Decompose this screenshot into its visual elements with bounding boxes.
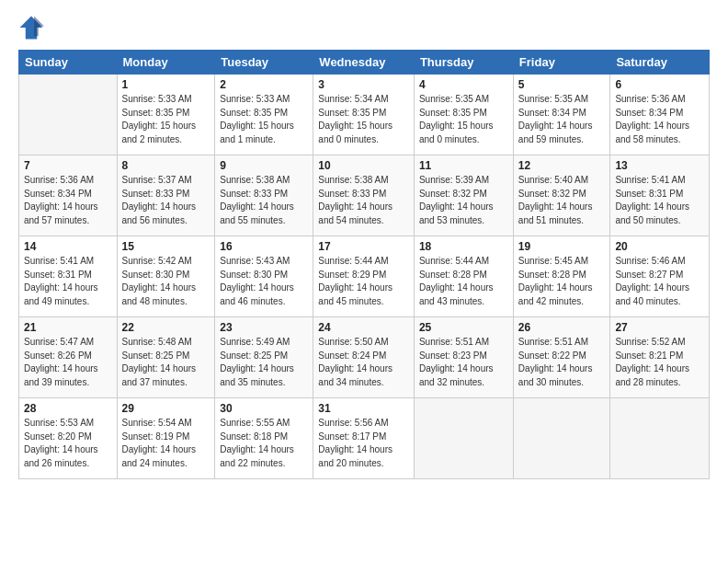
day-number: 1 [122,78,210,91]
day-number: 22 [122,321,210,334]
calendar-body: 1Sunrise: 5:33 AMSunset: 8:35 PMDaylight… [19,75,710,479]
day-cell: 28Sunrise: 5:53 AMSunset: 8:20 PMDayligh… [19,398,118,479]
day-cell: 29Sunrise: 5:54 AMSunset: 8:19 PMDayligh… [117,398,215,479]
day-info: Sunrise: 5:56 AMSunset: 8:17 PMDaylight:… [318,417,409,470]
day-number: 9 [220,159,308,172]
day-info: Sunrise: 5:44 AMSunset: 8:29 PMDaylight:… [318,255,409,308]
day-number: 10 [318,159,409,172]
day-info: Sunrise: 5:53 AMSunset: 8:20 PMDaylight:… [24,417,112,470]
day-number: 31 [318,402,409,415]
day-number: 18 [419,240,508,253]
header-row: SundayMondayTuesdayWednesdayThursdayFrid… [19,51,710,75]
header-cell-monday: Monday [117,51,215,75]
day-number: 16 [220,240,308,253]
day-number: 11 [419,159,508,172]
day-cell: 3Sunrise: 5:34 AMSunset: 8:35 PMDaylight… [313,75,415,155]
day-cell: 17Sunrise: 5:44 AMSunset: 8:29 PMDayligh… [313,236,415,317]
day-cell: 26Sunrise: 5:51 AMSunset: 8:22 PMDayligh… [513,317,610,398]
day-number: 6 [615,78,704,91]
day-info: Sunrise: 5:47 AMSunset: 8:26 PMDaylight:… [24,336,112,389]
day-cell [610,398,710,479]
day-info: Sunrise: 5:36 AMSunset: 8:34 PMDaylight:… [615,93,704,146]
header-cell-wednesday: Wednesday [313,51,415,75]
day-cell: 12Sunrise: 5:40 AMSunset: 8:32 PMDayligh… [513,155,610,236]
day-info: Sunrise: 5:51 AMSunset: 8:22 PMDaylight:… [518,336,606,389]
day-number: 30 [220,402,308,415]
day-number: 25 [419,321,508,334]
day-info: Sunrise: 5:50 AMSunset: 8:24 PMDaylight:… [318,336,409,389]
day-info: Sunrise: 5:46 AMSunset: 8:27 PMDaylight:… [615,255,704,308]
day-number: 7 [24,159,112,172]
day-number: 28 [24,402,112,415]
week-row-3: 14Sunrise: 5:41 AMSunset: 8:31 PMDayligh… [19,236,710,317]
day-info: Sunrise: 5:48 AMSunset: 8:25 PMDaylight:… [122,336,210,389]
day-number: 19 [518,240,606,253]
day-cell: 4Sunrise: 5:35 AMSunset: 8:35 PMDaylight… [414,75,513,155]
day-info: Sunrise: 5:38 AMSunset: 8:33 PMDaylight:… [220,174,308,227]
day-cell: 30Sunrise: 5:55 AMSunset: 8:18 PMDayligh… [215,398,313,479]
header-cell-saturday: Saturday [610,51,710,75]
day-cell: 11Sunrise: 5:39 AMSunset: 8:32 PMDayligh… [414,155,513,236]
day-number: 27 [615,321,704,334]
day-info: Sunrise: 5:37 AMSunset: 8:33 PMDaylight:… [122,174,210,227]
day-info: Sunrise: 5:54 AMSunset: 8:19 PMDaylight:… [122,417,210,470]
day-cell: 13Sunrise: 5:41 AMSunset: 8:31 PMDayligh… [610,155,710,236]
calendar: SundayMondayTuesdayWednesdayThursdayFrid… [18,50,710,479]
day-info: Sunrise: 5:36 AMSunset: 8:34 PMDaylight:… [24,174,112,227]
day-info: Sunrise: 5:55 AMSunset: 8:18 PMDaylight:… [220,417,308,470]
day-number: 12 [518,159,606,172]
day-info: Sunrise: 5:51 AMSunset: 8:23 PMDaylight:… [419,336,508,389]
day-info: Sunrise: 5:41 AMSunset: 8:31 PMDaylight:… [615,174,704,227]
day-number: 5 [518,78,606,91]
day-cell: 10Sunrise: 5:38 AMSunset: 8:33 PMDayligh… [313,155,415,236]
day-number: 17 [318,240,409,253]
day-number: 13 [615,159,704,172]
page: SundayMondayTuesdayWednesdayThursdayFrid… [0,0,728,563]
day-info: Sunrise: 5:34 AMSunset: 8:35 PMDaylight:… [318,93,409,146]
calendar-header: SundayMondayTuesdayWednesdayThursdayFrid… [19,51,710,75]
header-cell-thursday: Thursday [414,51,513,75]
header-cell-friday: Friday [513,51,610,75]
day-cell: 24Sunrise: 5:50 AMSunset: 8:24 PMDayligh… [313,317,415,398]
day-info: Sunrise: 5:44 AMSunset: 8:28 PMDaylight:… [419,255,508,308]
day-cell: 20Sunrise: 5:46 AMSunset: 8:27 PMDayligh… [610,236,710,317]
day-info: Sunrise: 5:39 AMSunset: 8:32 PMDaylight:… [419,174,508,227]
day-cell: 2Sunrise: 5:33 AMSunset: 8:35 PMDaylight… [215,75,313,155]
day-info: Sunrise: 5:35 AMSunset: 8:34 PMDaylight:… [518,93,606,146]
day-number: 21 [24,321,112,334]
day-info: Sunrise: 5:35 AMSunset: 8:35 PMDaylight:… [419,93,508,146]
day-number: 14 [24,240,112,253]
day-cell: 7Sunrise: 5:36 AMSunset: 8:34 PMDaylight… [19,155,118,236]
day-cell [513,398,610,479]
week-row-2: 7Sunrise: 5:36 AMSunset: 8:34 PMDaylight… [19,155,710,236]
day-info: Sunrise: 5:45 AMSunset: 8:28 PMDaylight:… [518,255,606,308]
day-info: Sunrise: 5:49 AMSunset: 8:25 PMDaylight:… [220,336,308,389]
day-number: 24 [318,321,409,334]
day-cell: 27Sunrise: 5:52 AMSunset: 8:21 PMDayligh… [610,317,710,398]
day-info: Sunrise: 5:33 AMSunset: 8:35 PMDaylight:… [122,93,210,146]
day-cell: 15Sunrise: 5:42 AMSunset: 8:30 PMDayligh… [117,236,215,317]
day-cell: 16Sunrise: 5:43 AMSunset: 8:30 PMDayligh… [215,236,313,317]
day-info: Sunrise: 5:42 AMSunset: 8:30 PMDaylight:… [122,255,210,308]
logo [18,15,48,40]
day-cell: 6Sunrise: 5:36 AMSunset: 8:34 PMDaylight… [610,75,710,155]
day-info: Sunrise: 5:52 AMSunset: 8:21 PMDaylight:… [615,336,704,389]
day-number: 29 [122,402,210,415]
day-cell: 19Sunrise: 5:45 AMSunset: 8:28 PMDayligh… [513,236,610,317]
day-number: 4 [419,78,508,91]
day-cell: 5Sunrise: 5:35 AMSunset: 8:34 PMDaylight… [513,75,610,155]
header [18,15,710,40]
day-number: 3 [318,78,409,91]
day-number: 2 [220,78,308,91]
day-number: 8 [122,159,210,172]
day-cell [19,75,118,155]
day-cell: 22Sunrise: 5:48 AMSunset: 8:25 PMDayligh… [117,317,215,398]
week-row-1: 1Sunrise: 5:33 AMSunset: 8:35 PMDaylight… [19,75,710,155]
day-info: Sunrise: 5:33 AMSunset: 8:35 PMDaylight:… [220,93,308,146]
day-cell: 18Sunrise: 5:44 AMSunset: 8:28 PMDayligh… [414,236,513,317]
day-cell: 9Sunrise: 5:38 AMSunset: 8:33 PMDaylight… [215,155,313,236]
day-cell: 23Sunrise: 5:49 AMSunset: 8:25 PMDayligh… [215,317,313,398]
day-cell: 8Sunrise: 5:37 AMSunset: 8:33 PMDaylight… [117,155,215,236]
day-cell: 21Sunrise: 5:47 AMSunset: 8:26 PMDayligh… [19,317,118,398]
day-info: Sunrise: 5:43 AMSunset: 8:30 PMDaylight:… [220,255,308,308]
